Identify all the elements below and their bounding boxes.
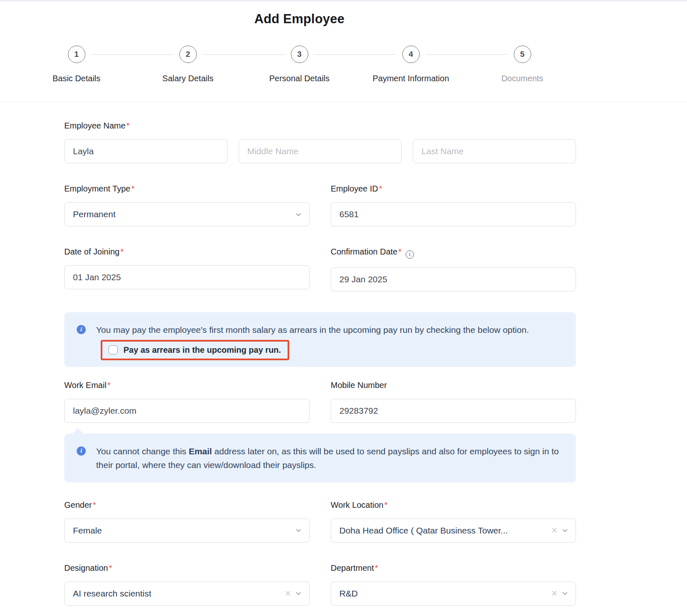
info-icon: i [77,446,86,456]
email-banner-bold: Email [189,446,212,456]
stepper-step-documents[interactable]: 5 Documents [467,46,578,83]
date-of-joining-field: Date of Joining* [64,247,310,291]
step-label: Personal Details [269,74,330,83]
first-name-input[interactable] [64,139,227,163]
step-connector-line [92,54,173,55]
step-connector-line [426,54,508,55]
work-email-field: Work Email* [64,381,310,423]
department-select[interactable]: R&D ✕ [331,582,576,606]
email-info-banner: i You cannot change this Email address l… [64,434,576,483]
gender-label: Gender* [64,500,310,510]
required-asterisk: * [384,500,387,509]
work-location-select[interactable]: Doha Head Office ( Qatar Business Tower.… [331,519,576,543]
mobile-number-label: Mobile Number [331,381,576,390]
last-name-input[interactable] [413,139,576,163]
chevron-down-icon [295,527,302,534]
required-asterisk: * [120,247,123,256]
step-number: 5 [520,50,525,59]
date-of-joining-input[interactable] [64,265,310,289]
confirmation-date-label: Confirmation Date*i [331,247,576,259]
gender-location-row: Gender* Female Work Location* Doha Head … [64,500,576,543]
work-location-field: Work Location* Doha Head Office ( Qatar … [331,500,576,543]
header: Add Employee 1 Basic Details 2 Salary De… [0,2,687,102]
stepper-step-basic-details[interactable]: 1 Basic Details [21,46,132,83]
email-banner-text-before: You cannot change this [96,446,189,456]
designation-label: Designation* [64,563,310,573]
label-text: Date of Joining [64,247,119,256]
required-asterisk: * [107,381,111,390]
confirmation-date-field: Confirmation Date*i [331,247,576,291]
label-text: Department [331,563,374,572]
required-asterisk: * [126,121,130,130]
designation-select[interactable]: AI research scientist ✕ [64,582,310,606]
designation-department-row: Designation* AI research scientist ✕ Dep… [64,563,576,606]
label-text: Confirmation Date [331,247,397,256]
pay-arrears-checkbox-label[interactable]: Pay as arrears in the upcoming pay run. [123,345,281,355]
date-of-joining-label: Date of Joining* [64,247,310,257]
required-asterisk: * [379,184,382,193]
step-label: Salary Details [162,74,213,83]
label-text: Employment Type [64,184,131,193]
add-employee-page: Add Employee 1 Basic Details 2 Salary De… [0,0,687,606]
department-field: Department* R&D ✕ [331,563,576,606]
gender-select[interactable]: Female [64,519,310,543]
required-asterisk: * [109,563,112,572]
step-number: 4 [409,50,413,59]
stepper-step-salary-details[interactable]: 2 Salary Details [132,46,244,83]
employee-name-label: Employee Name* [64,121,576,131]
stepper-step-payment-information[interactable]: 4 Payment Information [355,46,467,83]
arrears-banner-text: You may pay the employee's first month s… [96,323,560,337]
arrears-checkbox-highlight-box: Pay as arrears in the upcoming pay run. [101,340,289,360]
chevron-down-icon [562,527,568,534]
confirmation-date-input[interactable] [331,267,576,291]
step-connector-line [203,54,285,55]
clear-selection-icon[interactable]: ✕ [285,589,291,597]
contact-row: Work Email* Mobile Number [64,381,576,423]
arrears-banner-body: You may pay the employee's first month s… [96,323,564,360]
chevron-down-icon [295,211,302,218]
employment-type-field: Employment Type* Permanent [64,184,310,226]
work-location-label: Work Location* [331,500,576,510]
step-label: Basic Details [53,74,101,83]
clear-selection-icon[interactable]: ✕ [551,589,558,597]
selected-value: R&D [339,589,551,599]
mobile-number-input[interactable] [331,399,576,423]
required-asterisk: * [398,247,402,256]
email-banner-body: You cannot change this Email address lat… [96,444,564,472]
clear-selection-icon[interactable]: ✕ [551,526,558,534]
step-number: 3 [297,50,302,59]
selected-value: Doha Head Office ( Qatar Business Tower.… [339,526,551,536]
step-connector-line [314,54,396,55]
employee-id-field: Employee ID* [331,184,576,226]
label-text: Employee Name [64,121,126,130]
employment-type-label: Employment Type* [64,184,310,194]
step-number-circle: 4 [402,46,420,63]
info-tooltip-icon[interactable]: i [406,250,414,259]
step-number: 2 [186,50,190,59]
label-text: Designation [64,563,108,572]
email-banner-text: You cannot change this Email address lat… [96,444,560,472]
gender-field: Gender* Female [64,500,310,543]
selected-value: Permanent [73,209,295,219]
employment-row: Employment Type* Permanent Employee ID* [64,184,576,226]
label-text: Work Location [331,500,383,509]
basic-details-form: Employee Name* Employment Type* Permanen… [64,102,576,606]
selected-value: Female [73,526,295,536]
required-asterisk: * [375,563,378,572]
employment-type-select[interactable]: Permanent [64,202,310,226]
employee-id-label: Employee ID* [331,184,576,194]
pay-arrears-checkbox[interactable] [109,345,118,354]
middle-name-input[interactable] [239,139,402,163]
label-text: Mobile Number [331,381,387,390]
step-number: 1 [74,50,79,59]
work-email-label: Work Email* [64,381,310,390]
chevron-down-icon [295,590,302,597]
stepper: 1 Basic Details 2 Salary Details 3 Perso… [21,46,578,83]
dates-row: Date of Joining* Confirmation Date*i [64,247,576,291]
work-email-input[interactable] [64,399,310,423]
employee-id-input[interactable] [331,202,576,226]
selected-value: AI research scientist [73,589,285,599]
stepper-step-personal-details[interactable]: 3 Personal Details [244,46,355,83]
step-label: Documents [501,74,543,83]
designation-field: Designation* AI research scientist ✕ [64,563,310,606]
